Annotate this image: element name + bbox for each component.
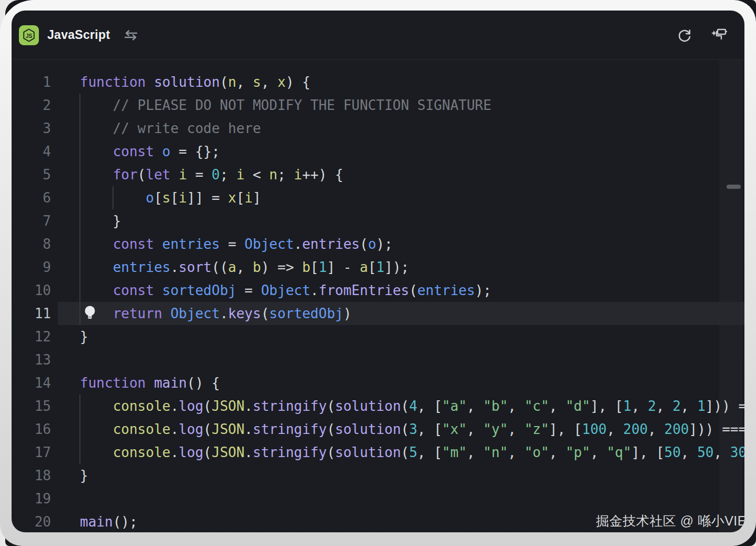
code-text: // write code here [80, 117, 261, 140]
code-text: console.log(JSON.stringify(solution(4, [… [80, 395, 744, 418]
code-text: // PLEASE DO NOT MODIFY THE FUNCTION SIG… [80, 94, 492, 117]
watermark: 掘金技术社区 @ 喺小VIE [596, 512, 744, 530]
code-line[interactable]: 14function main() { [12, 371, 744, 395]
line-number: 20 [12, 510, 51, 532]
code-rows: 1function solution(n, s, x) {2 // PLEASE… [12, 70, 744, 532]
line-number: 2 [12, 94, 51, 117]
line-number: 7 [12, 209, 51, 232]
code-line[interactable]: 10 const sortedObj = Object.fromEntries(… [12, 279, 744, 302]
nodejs-icon: JS [19, 25, 39, 45]
code-line[interactable]: 18} [12, 464, 744, 487]
line-number: 8 [12, 232, 51, 256]
scrollbar-thumb[interactable] [727, 185, 741, 189]
line-number: 11 [12, 302, 51, 325]
code-text: const o = {}; [80, 140, 220, 163]
code-text: console.log(JSON.stringify(solution(5, [… [80, 441, 744, 464]
code-text: } [80, 209, 121, 232]
line-number: 1 [12, 70, 51, 94]
line-number: 4 [12, 140, 51, 163]
code-line[interactable]: 4 const o = {}; [12, 140, 744, 163]
line-number: 18 [12, 464, 51, 487]
code-line[interactable]: 9 entries.sort((a, b) => b[1] - a[1]); [12, 256, 744, 279]
code-line[interactable]: 13 [12, 348, 744, 371]
editor-header: JS JavaScript [12, 11, 744, 60]
code-line[interactable]: 17 console.log(JSON.stringify(solution(5… [12, 441, 744, 464]
code-text: o[s[i]] = x[i] [80, 186, 261, 209]
code-line[interactable]: 5 for(let i = 0; i < n; i++) { [12, 163, 744, 186]
code-line[interactable]: 8 const entries = Object.entries(o); [12, 232, 744, 256]
code-line[interactable]: 1function solution(n, s, x) { [12, 70, 744, 94]
code-line[interactable]: 16 console.log(JSON.stringify(solution(3… [12, 418, 744, 441]
line-number: 15 [12, 395, 51, 418]
code-text: return Object.keys(sortedObj) [80, 302, 352, 325]
lightbulb-icon[interactable] [83, 305, 97, 322]
code-text: main(); [80, 510, 138, 532]
code-line[interactable]: 15 console.log(JSON.stringify(solution(4… [12, 395, 744, 418]
line-number: 17 [12, 441, 51, 464]
code-text: console.log(JSON.stringify(solution(3, [… [80, 418, 744, 441]
code-text: for(let i = 0; i < n; i++) { [80, 163, 343, 186]
format-paint-icon[interactable] [708, 26, 730, 45]
code-editor[interactable]: 1function solution(n, s, x) {2 // PLEASE… [12, 60, 744, 532]
svg-text:JS: JS [26, 33, 33, 38]
line-number: 5 [12, 163, 51, 186]
code-text: function solution(n, s, x) { [80, 70, 310, 94]
language-title: JavaScript [47, 28, 110, 42]
code-text: const entries = Object.entries(o); [80, 232, 393, 256]
line-number: 9 [12, 256, 51, 279]
code-text: const sortedObj = Object.fromEntries(ent… [80, 279, 492, 302]
code-line[interactable]: 2 // PLEASE DO NOT MODIFY THE FUNCTION S… [12, 94, 744, 117]
line-number: 14 [12, 371, 51, 395]
code-line[interactable]: 12} [12, 325, 744, 348]
code-line[interactable]: 6 o[s[i]] = x[i] [12, 186, 744, 209]
code-text: entries.sort((a, b) => b[1] - a[1]); [80, 256, 409, 279]
line-number: 12 [12, 325, 51, 348]
code-text: function main() { [80, 371, 220, 395]
line-number: 16 [12, 418, 51, 441]
code-line[interactable]: 3 // write code here [12, 117, 744, 140]
code-line[interactable]: 7 } [12, 209, 744, 232]
line-number: 19 [12, 487, 51, 510]
line-number: 13 [12, 348, 51, 371]
code-line[interactable]: 11 return Object.keys(sortedObj) [12, 302, 744, 325]
swap-language-icon[interactable] [121, 27, 140, 43]
refresh-icon[interactable] [675, 26, 694, 45]
line-number: 6 [12, 186, 51, 209]
code-line[interactable]: 19 [12, 487, 744, 510]
code-editor-card: JS JavaScript [12, 11, 744, 532]
line-number: 3 [12, 117, 51, 140]
code-text: } [80, 464, 88, 487]
code-text: } [80, 325, 88, 348]
line-number: 10 [12, 279, 51, 302]
